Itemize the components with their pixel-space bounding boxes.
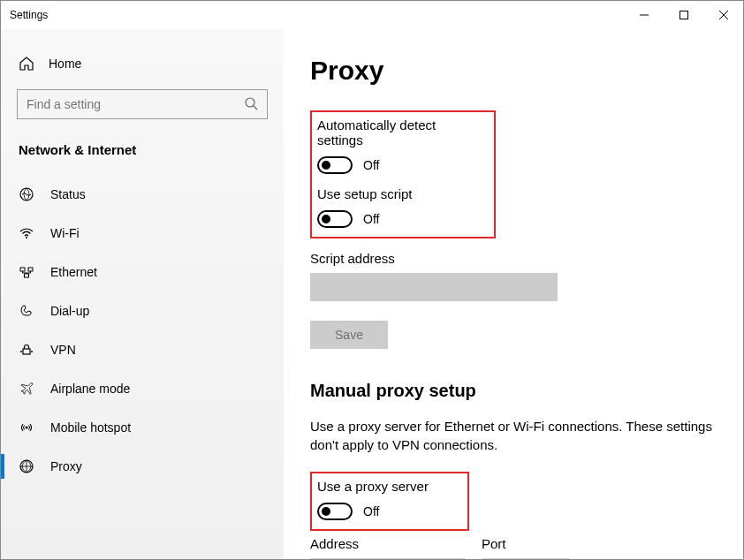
setup-script-state: Off	[363, 212, 379, 226]
script-address-input[interactable]	[310, 273, 558, 301]
search-input[interactable]	[27, 97, 244, 111]
nav-item-dialup[interactable]: Dial-up	[1, 291, 284, 330]
airplane-icon	[19, 381, 34, 397]
manual-heading: Manual proxy setup	[310, 381, 717, 401]
vpn-icon	[19, 342, 34, 358]
address-input[interactable]	[310, 558, 466, 559]
nav-label: VPN	[50, 343, 76, 357]
svg-point-1	[246, 98, 254, 107]
home-nav[interactable]: Home	[1, 47, 284, 80]
nav-label: Mobile hotspot	[50, 420, 131, 435]
search-box[interactable]	[17, 89, 268, 119]
window-controls	[624, 1, 743, 29]
use-proxy-toggle[interactable]	[317, 503, 353, 520]
nav-item-vpn[interactable]: VPN	[1, 330, 284, 369]
svg-rect-6	[25, 274, 29, 277]
ethernet-icon	[19, 264, 34, 280]
hotspot-icon	[19, 420, 34, 435]
nav-label: Wi-Fi	[50, 226, 80, 240]
setup-script-label: Use setup script	[317, 186, 485, 201]
proxy-icon	[19, 458, 34, 474]
search-icon	[244, 96, 258, 113]
use-proxy-state: Off	[363, 504, 379, 518]
auto-detect-state: Off	[363, 158, 379, 172]
nav-item-ethernet[interactable]: Ethernet	[1, 253, 284, 291]
svg-point-9	[31, 351, 33, 352]
nav-label: Airplane mode	[50, 382, 130, 396]
content: Proxy Automatically detect settings Off …	[284, 29, 743, 559]
port-label: Port	[482, 536, 570, 551]
svg-rect-5	[28, 268, 33, 271]
status-icon	[19, 186, 34, 202]
setup-script-toggle[interactable]	[317, 210, 353, 228]
auto-detect-label: Automatically detect settings	[317, 117, 485, 148]
nav-item-proxy[interactable]: Proxy	[1, 447, 284, 486]
svg-point-10	[26, 427, 28, 429]
svg-point-3	[26, 237, 27, 238]
window-title: Settings	[10, 9, 624, 21]
home-icon	[19, 56, 34, 72]
nav-label: Proxy	[50, 459, 82, 473]
minimize-button[interactable]	[624, 1, 664, 29]
port-input[interactable]	[482, 558, 570, 559]
nav-item-airplane[interactable]: Airplane mode	[1, 369, 284, 408]
page-title: Proxy	[310, 56, 717, 86]
nav-item-status[interactable]: Status	[1, 175, 284, 214]
save-button[interactable]: Save	[310, 321, 388, 349]
svg-rect-7	[23, 349, 30, 354]
svg-point-8	[20, 351, 22, 352]
nav-label: Status	[50, 187, 86, 201]
svg-rect-4	[20, 268, 25, 271]
svg-rect-0	[679, 11, 687, 19]
close-button[interactable]	[703, 1, 743, 29]
highlight-box-proxy: Use a proxy server Off	[310, 472, 469, 531]
nav-item-wifi[interactable]: Wi-Fi	[1, 214, 284, 253]
auto-detect-toggle[interactable]	[317, 156, 353, 174]
title-bar: Settings	[1, 1, 743, 29]
highlight-box-auto: Automatically detect settings Off Use se…	[310, 110, 496, 238]
use-proxy-label: Use a proxy server	[317, 479, 459, 494]
sidebar: Home Network & Internet Status	[1, 29, 284, 559]
nav-label: Ethernet	[50, 265, 97, 279]
address-label: Address	[310, 536, 466, 551]
nav-list: Status Wi-Fi Ethernet	[1, 175, 284, 486]
dialup-icon	[19, 303, 34, 319]
nav-label: Dial-up	[50, 304, 89, 318]
script-address-label: Script address	[310, 251, 717, 266]
nav-item-hotspot[interactable]: Mobile hotspot	[1, 408, 284, 447]
section-title: Network & Internet	[1, 135, 284, 175]
wifi-icon	[19, 225, 34, 241]
home-label: Home	[49, 57, 81, 71]
manual-desc: Use a proxy server for Ethernet or Wi-Fi…	[310, 417, 717, 454]
maximize-button[interactable]	[664, 1, 703, 29]
